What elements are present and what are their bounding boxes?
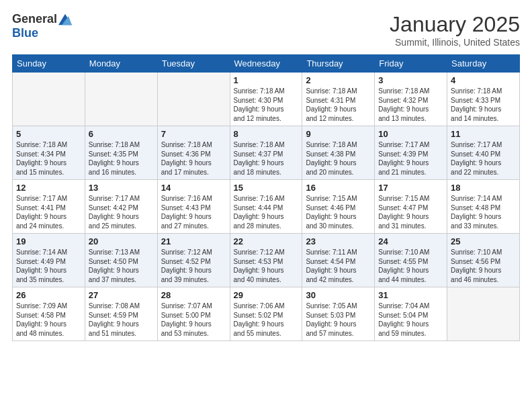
day-info: Sunrise: 7:13 AM Sunset: 4:50 PM Dayligh…	[89, 248, 154, 284]
day-info: Sunrise: 7:10 AM Sunset: 4:55 PM Dayligh…	[378, 248, 443, 284]
day-number: 19	[16, 236, 81, 246]
day-info: Sunrise: 7:10 AM Sunset: 4:56 PM Dayligh…	[451, 248, 516, 284]
calendar-day-cell: 2Sunrise: 7:18 AM Sunset: 4:31 PM Daylig…	[302, 73, 375, 126]
calendar-day-cell: 30Sunrise: 7:05 AM Sunset: 5:03 PM Dayli…	[302, 287, 375, 341]
day-info: Sunrise: 7:18 AM Sunset: 4:36 PM Dayligh…	[161, 140, 226, 177]
calendar-day-cell: 23Sunrise: 7:11 AM Sunset: 4:54 PM Dayli…	[302, 234, 375, 287]
calendar-day-cell: 1Sunrise: 7:18 AM Sunset: 4:30 PM Daylig…	[230, 73, 302, 126]
calendar-week-row: 5Sunrise: 7:18 AM Sunset: 4:34 PM Daylig…	[13, 126, 520, 180]
day-info: Sunrise: 7:09 AM Sunset: 4:58 PM Dayligh…	[16, 302, 81, 338]
day-number: 7	[161, 129, 226, 139]
day-number: 8	[234, 129, 299, 139]
calendar-header-thursday: Thursday	[302, 55, 375, 73]
calendar-day-cell: 5Sunrise: 7:18 AM Sunset: 4:34 PM Daylig…	[13, 126, 85, 180]
day-info: Sunrise: 7:08 AM Sunset: 4:59 PM Dayligh…	[89, 302, 154, 338]
day-info: Sunrise: 7:11 AM Sunset: 4:54 PM Dayligh…	[306, 248, 371, 284]
day-number: 24	[378, 236, 443, 246]
logo: General Blue	[12, 12, 72, 40]
day-number: 27	[89, 290, 154, 300]
calendar-day-cell: 29Sunrise: 7:06 AM Sunset: 5:02 PM Dayli…	[230, 287, 302, 341]
calendar-week-row: 12Sunrise: 7:17 AM Sunset: 4:41 PM Dayli…	[13, 180, 520, 234]
day-number: 20	[89, 236, 154, 246]
day-info: Sunrise: 7:06 AM Sunset: 5:02 PM Dayligh…	[234, 302, 299, 338]
calendar-week-row: 19Sunrise: 7:14 AM Sunset: 4:49 PM Dayli…	[13, 234, 520, 287]
day-info: Sunrise: 7:18 AM Sunset: 4:35 PM Dayligh…	[89, 140, 154, 177]
day-info: Sunrise: 7:18 AM Sunset: 4:38 PM Dayligh…	[306, 140, 371, 177]
calendar-day-cell: 14Sunrise: 7:16 AM Sunset: 4:43 PM Dayli…	[157, 180, 230, 234]
calendar-day-cell: 16Sunrise: 7:15 AM Sunset: 4:46 PM Dayli…	[302, 180, 375, 234]
calendar-day-cell: 22Sunrise: 7:12 AM Sunset: 4:53 PM Dayli…	[230, 234, 302, 287]
day-info: Sunrise: 7:18 AM Sunset: 4:30 PM Dayligh…	[234, 87, 299, 123]
logo-general: General	[12, 12, 57, 26]
calendar-title: January 2025	[390, 12, 520, 37]
day-info: Sunrise: 7:17 AM Sunset: 4:40 PM Dayligh…	[451, 140, 516, 177]
day-number: 16	[306, 183, 371, 193]
calendar-day-cell	[447, 287, 520, 341]
day-info: Sunrise: 7:12 AM Sunset: 4:52 PM Dayligh…	[161, 248, 226, 284]
calendar-header-wednesday: Wednesday	[230, 55, 302, 73]
calendar-day-cell: 31Sunrise: 7:04 AM Sunset: 5:04 PM Dayli…	[375, 287, 447, 341]
calendar-day-cell	[85, 73, 157, 126]
day-info: Sunrise: 7:18 AM Sunset: 4:37 PM Dayligh…	[234, 140, 299, 177]
day-info: Sunrise: 7:17 AM Sunset: 4:41 PM Dayligh…	[16, 194, 81, 230]
calendar-header-monday: Monday	[85, 55, 157, 73]
day-number: 22	[234, 236, 299, 246]
calendar-day-cell: 6Sunrise: 7:18 AM Sunset: 4:35 PM Daylig…	[85, 126, 157, 180]
calendar-day-cell: 24Sunrise: 7:10 AM Sunset: 4:55 PM Dayli…	[375, 234, 447, 287]
day-number: 21	[161, 236, 226, 246]
calendar-day-cell: 21Sunrise: 7:12 AM Sunset: 4:52 PM Dayli…	[157, 234, 230, 287]
calendar-day-cell: 3Sunrise: 7:18 AM Sunset: 4:32 PM Daylig…	[375, 73, 447, 126]
day-info: Sunrise: 7:14 AM Sunset: 4:48 PM Dayligh…	[451, 194, 516, 230]
logo-icon	[58, 13, 72, 26]
calendar-day-cell: 20Sunrise: 7:13 AM Sunset: 4:50 PM Dayli…	[85, 234, 157, 287]
day-number: 11	[451, 129, 516, 139]
calendar-day-cell: 11Sunrise: 7:17 AM Sunset: 4:40 PM Dayli…	[447, 126, 520, 180]
day-number: 14	[161, 183, 226, 193]
calendar-day-cell: 28Sunrise: 7:07 AM Sunset: 5:00 PM Dayli…	[157, 287, 230, 341]
day-number: 10	[378, 129, 443, 139]
day-info: Sunrise: 7:17 AM Sunset: 4:42 PM Dayligh…	[89, 194, 154, 230]
day-info: Sunrise: 7:16 AM Sunset: 4:44 PM Dayligh…	[234, 194, 299, 230]
day-info: Sunrise: 7:15 AM Sunset: 4:47 PM Dayligh…	[378, 194, 443, 230]
day-number: 23	[306, 236, 371, 246]
day-number: 25	[451, 236, 516, 246]
day-number: 3	[378, 75, 443, 85]
calendar-day-cell: 27Sunrise: 7:08 AM Sunset: 4:59 PM Dayli…	[85, 287, 157, 341]
calendar-header-tuesday: Tuesday	[157, 55, 230, 73]
day-number: 29	[234, 290, 299, 300]
day-info: Sunrise: 7:18 AM Sunset: 4:32 PM Dayligh…	[378, 87, 443, 123]
day-number: 30	[306, 290, 371, 300]
day-number: 12	[16, 183, 81, 193]
calendar-day-cell: 13Sunrise: 7:17 AM Sunset: 4:42 PM Dayli…	[85, 180, 157, 234]
day-info: Sunrise: 7:05 AM Sunset: 5:03 PM Dayligh…	[306, 302, 371, 338]
calendar-day-cell: 18Sunrise: 7:14 AM Sunset: 4:48 PM Dayli…	[447, 180, 520, 234]
day-number: 13	[89, 183, 154, 193]
calendar-day-cell: 10Sunrise: 7:17 AM Sunset: 4:39 PM Dayli…	[375, 126, 447, 180]
day-info: Sunrise: 7:18 AM Sunset: 4:31 PM Dayligh…	[306, 87, 371, 123]
logo-blue: Blue	[12, 26, 38, 40]
calendar-header-row: SundayMondayTuesdayWednesdayThursdayFrid…	[13, 55, 520, 73]
day-number: 28	[161, 290, 226, 300]
day-number: 15	[234, 183, 299, 193]
day-info: Sunrise: 7:04 AM Sunset: 5:04 PM Dayligh…	[378, 302, 443, 338]
day-info: Sunrise: 7:12 AM Sunset: 4:53 PM Dayligh…	[234, 248, 299, 284]
day-info: Sunrise: 7:07 AM Sunset: 5:00 PM Dayligh…	[161, 302, 226, 338]
logo-text: General	[12, 12, 72, 26]
calendar-week-row: 1Sunrise: 7:18 AM Sunset: 4:30 PM Daylig…	[13, 73, 520, 126]
calendar-day-cell: 15Sunrise: 7:16 AM Sunset: 4:44 PM Dayli…	[230, 180, 302, 234]
calendar-day-cell: 25Sunrise: 7:10 AM Sunset: 4:56 PM Dayli…	[447, 234, 520, 287]
calendar-day-cell: 19Sunrise: 7:14 AM Sunset: 4:49 PM Dayli…	[13, 234, 85, 287]
calendar-day-cell: 9Sunrise: 7:18 AM Sunset: 4:38 PM Daylig…	[302, 126, 375, 180]
calendar-subtitle: Summit, Illinois, United States	[390, 37, 520, 48]
calendar-day-cell: 7Sunrise: 7:18 AM Sunset: 4:36 PM Daylig…	[157, 126, 230, 180]
page: General Blue January 2025 Summit, Illino…	[0, 0, 532, 349]
calendar-header-sunday: Sunday	[13, 55, 85, 73]
day-number: 17	[378, 183, 443, 193]
calendar-day-cell: 8Sunrise: 7:18 AM Sunset: 4:37 PM Daylig…	[230, 126, 302, 180]
day-info: Sunrise: 7:17 AM Sunset: 4:39 PM Dayligh…	[378, 140, 443, 177]
day-info: Sunrise: 7:15 AM Sunset: 4:46 PM Dayligh…	[306, 194, 371, 230]
day-info: Sunrise: 7:14 AM Sunset: 4:49 PM Dayligh…	[16, 248, 81, 284]
calendar-header-friday: Friday	[375, 55, 447, 73]
day-number: 31	[378, 290, 443, 300]
day-number: 9	[306, 129, 371, 139]
